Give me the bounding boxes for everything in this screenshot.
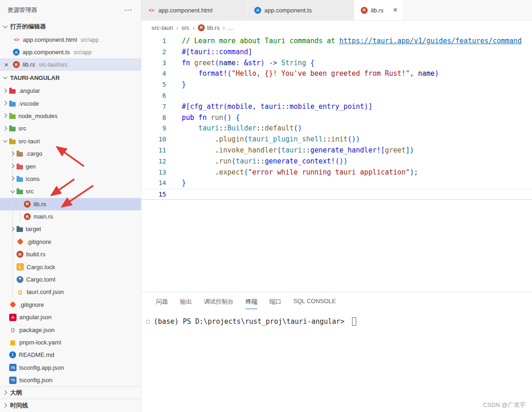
tree-item-label: Cargo.toml	[26, 276, 56, 283]
code-line-15[interactable]: 15	[141, 189, 532, 200]
tree-item-.vscode[interactable]: .vscode	[0, 97, 141, 109]
tree-item-angular.json[interactable]: Aangular.json	[0, 311, 141, 323]
tree-item-main.rs[interactable]: Rmain.rs	[0, 210, 141, 223]
panel-tab-端口[interactable]: 端口	[269, 298, 281, 309]
tree-item-label: lib.rs	[34, 201, 46, 208]
tree-item-package.json[interactable]: {}package.json	[0, 323, 141, 336]
chevron-right-icon	[9, 175, 17, 182]
tree-item-.gitignore[interactable]: .gitignore	[0, 299, 141, 311]
file-path: src\app	[81, 37, 99, 43]
code-line-6[interactable]: 6	[141, 90, 532, 102]
code-line-8[interactable]: 8pub fn run() {	[141, 113, 532, 124]
tree-item-.gitignore[interactable]: .gitignore	[0, 236, 141, 248]
tsconfig-icon: TS	[9, 364, 17, 371]
tree-item-src[interactable]: src	[0, 185, 141, 198]
code-line-9[interactable]: 9 tauri::Builder::default()	[141, 123, 532, 134]
tree-item-label: Cargo.lock	[27, 264, 55, 271]
open-editors-header[interactable]: 打开的编辑器	[0, 20, 141, 34]
code-line-2[interactable]: 2#[tauri::command]	[141, 47, 532, 58]
tree-item-label: main.rs	[34, 213, 53, 220]
panel-tab-调试控制台[interactable]: 调试控制台	[204, 298, 234, 309]
code-line-1[interactable]: 1// Learn more about Tauri commands at h…	[141, 36, 532, 47]
folder-src-icon	[9, 127, 16, 131]
folder-angular-icon	[9, 89, 16, 94]
tree-item-Cargo.lock[interactable]: LCargo.lock	[0, 260, 141, 273]
line-number: 13	[141, 167, 166, 178]
tab-lib.rs[interactable]: Rlib.rs×	[354, 0, 403, 20]
code-text: .invoke_handler(tauri::generate_handler!…	[166, 145, 414, 156]
tree-item-target[interactable]: target	[0, 223, 141, 235]
code-text: }	[166, 178, 186, 189]
chevron-right-icon	[2, 112, 9, 119]
tree-item-lib.rs[interactable]: Rlib.rs	[0, 198, 141, 210]
code-line-13[interactable]: 13 .expect("error while running tauri ap…	[141, 167, 532, 178]
tree-item-icons[interactable]: icons	[0, 173, 141, 185]
line-number: 2	[141, 47, 166, 58]
close-editor-icon[interactable]: ×	[3, 61, 10, 68]
tree-item-tauri.conf.json[interactable]: {}tauri.conf.json	[0, 286, 141, 298]
open-editor-app.component.html[interactable]: <>app.component.htmlsrc\app	[0, 34, 141, 46]
chevron-right-icon	[9, 163, 17, 170]
code-line-14[interactable]: 14}	[141, 178, 532, 189]
panel-tab-输出[interactable]: 输出	[180, 298, 192, 309]
code-line-5[interactable]: 5}	[141, 79, 532, 90]
breadcrumb-separator: ›	[193, 24, 195, 31]
tree-item-pnpm-lock.yaml[interactable]: ▦pnpm-lock.yaml	[0, 336, 141, 349]
code-text: .expect("error while running tauri appli…	[166, 167, 418, 178]
tree-item-src-tauri[interactable]: src-tauri	[0, 135, 141, 147]
open-editor-app.component.ts[interactable]: Aapp.component.tssrc\app	[0, 46, 141, 58]
open-editor-lib.rs[interactable]: ×Rlib.rssrc-tauri\src	[0, 58, 141, 71]
breadcrumb-item[interactable]: ...	[228, 24, 233, 31]
chevron-down-icon	[2, 74, 9, 81]
code-line-12[interactable]: 12 .run(tauri::generate_context!())	[141, 156, 532, 167]
tree-item-label: package.json	[19, 327, 55, 333]
explorer-sidebar: 资源管理器 ⋯ 打开的编辑器 <>app.component.htmlsrc\a…	[0, 0, 141, 412]
code-text: format!("Hello, {}! You've been greeted …	[166, 68, 439, 79]
code-line-4[interactable]: 4 format!("Hello, {}! You've been greete…	[141, 68, 532, 79]
tree-item-build.rs[interactable]: Rbuild.rs	[0, 248, 141, 260]
panel-tab-SQL CONSOLE[interactable]: SQL CONSOLE	[293, 298, 336, 309]
code-line-11[interactable]: 11 .invoke_handler(tauri::generate_handl…	[141, 145, 532, 156]
outline-label: 大纲	[10, 389, 22, 397]
terminal[interactable]: (base) PS D:\projects\rust_proj\tauri-an…	[146, 317, 532, 326]
breadcrumb-item[interactable]: src	[181, 24, 189, 31]
sidebar-title: 资源管理器	[7, 6, 37, 14]
code-line-7[interactable]: 7#[cfg_attr(mobile, tauri::mobile_entry_…	[141, 102, 532, 113]
tree-item-gen[interactable]: gen	[0, 160, 141, 172]
angular-ts-icon: A	[13, 49, 20, 56]
code-line-3[interactable]: 3fn greet(name: &str) -> String {	[141, 58, 532, 69]
outline-section[interactable]: 大纲	[0, 386, 141, 399]
close-tab-icon[interactable]: ×	[393, 6, 397, 14]
tree-item-tsconfig.json[interactable]: TStsconfig.json	[0, 374, 141, 386]
tree-item-README.md[interactable]: iREADME.md	[0, 349, 141, 361]
tree-item-label: build.rs	[26, 251, 45, 258]
tree-item-src[interactable]: src	[0, 122, 141, 135]
tree-item-node_modules[interactable]: node_modules	[0, 110, 141, 122]
panel-tab-问题[interactable]: 问题	[156, 298, 168, 309]
more-actions-icon[interactable]: ⋯	[124, 5, 133, 15]
tsconfig-icon: TS	[9, 377, 17, 384]
breadcrumb-item[interactable]: src-tauri	[151, 24, 173, 31]
tree-item-.angular[interactable]: .angular	[0, 85, 141, 97]
tree-item-Cargo.toml[interactable]: *Cargo.toml	[0, 273, 141, 286]
tab-app.component.html[interactable]: <>app.component.html	[141, 0, 248, 20]
timeline-label: 时间线	[10, 401, 28, 410]
tree-item-label: .cargo	[26, 150, 42, 157]
panel-tab-终端[interactable]: 终端	[246, 298, 258, 309]
code-line-10[interactable]: 10 .plugin(tauri_plugin_shell::init())	[141, 134, 532, 145]
tree-item-label: .gitignore	[27, 238, 51, 245]
timeline-section[interactable]: 时间线	[0, 399, 141, 412]
folder-src-icon	[17, 190, 23, 194]
breadcrumb-separator: ›	[223, 24, 224, 31]
code-editor[interactable]: 1// Learn more about Tauri commands at h…	[141, 34, 532, 292]
tree-item-.cargo[interactable]: .cargo	[0, 147, 141, 160]
tree-item-label: gen	[26, 163, 36, 170]
tree-item-label: .gitignore	[19, 301, 44, 308]
toml-icon: *	[17, 276, 23, 283]
project-header[interactable]: TAURI-ANGULAR	[0, 71, 141, 85]
tab-app.component.ts[interactable]: Aapp.component.ts	[248, 0, 354, 20]
breadcrumb-item[interactable]: lib.rs	[207, 24, 219, 31]
folder-vscode-icon	[9, 102, 16, 107]
tree-item-tsconfig.app.json[interactable]: TStsconfig.app.json	[0, 361, 141, 374]
tree-item-label: README.md	[19, 351, 54, 358]
